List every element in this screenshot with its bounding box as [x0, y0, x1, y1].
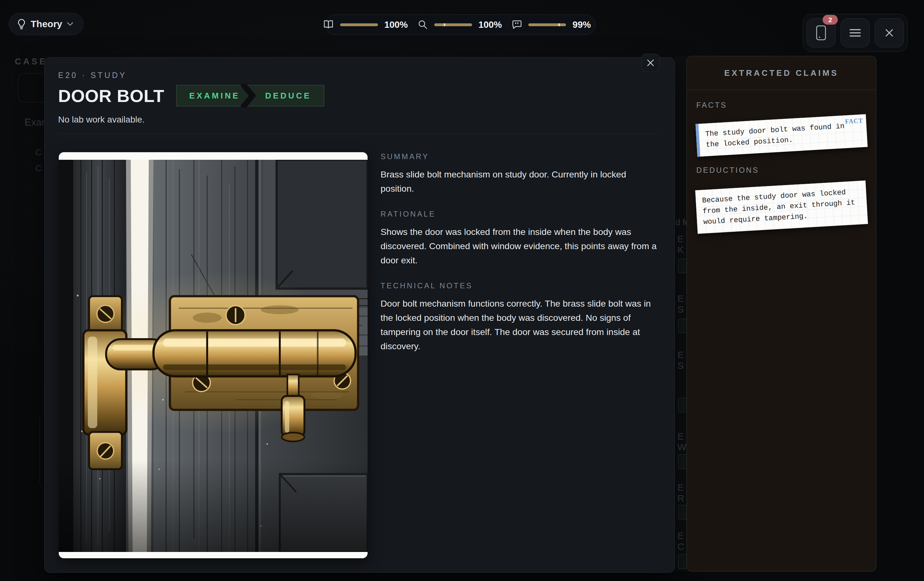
clipped-text: S	[677, 360, 684, 371]
deduction-claim-card[interactable]: Because the study door was locked from t…	[695, 181, 868, 234]
clipped-text: E	[677, 530, 684, 541]
deductions-label: DEDUCTIONS	[696, 166, 866, 175]
chevron-down-icon	[67, 22, 74, 26]
notification-badge: 2	[823, 15, 838, 25]
clipped-box	[678, 398, 686, 413]
clipped-box	[678, 259, 686, 273]
technical-notes-label: TECHNICAL NOTES	[381, 281, 661, 290]
evidence-modal-header: E20 · STUDY DOOR BOLT EXAMINE DEDUCE No …	[45, 58, 675, 134]
clipped-text: E	[677, 293, 684, 304]
rationale-text: Shows the door was locked from the insid…	[381, 225, 661, 267]
notifications-phone-button[interactable]: 2	[807, 18, 836, 47]
clipped-box	[678, 554, 686, 569]
menu-button[interactable]	[841, 18, 870, 47]
clipped-box	[678, 319, 686, 333]
meter-bar	[528, 23, 566, 26]
search-meter: 100%	[418, 20, 504, 30]
window-controls: 2	[803, 14, 908, 52]
evidence-image-door-bolt[interactable]	[59, 152, 368, 558]
technical-notes-text: Door bolt mechanism functions correctly.…	[381, 297, 661, 353]
theory-dropdown-button[interactable]: Theory	[9, 13, 83, 35]
clipped-text: S	[677, 304, 684, 315]
hamburger-icon	[849, 28, 861, 38]
clipped-text: E	[677, 350, 684, 360]
clipped-text: d fo	[675, 218, 686, 227]
ribbon-arrow-icon	[241, 84, 258, 108]
stat-meters-toolbar: 100% 100% 99%	[325, 15, 596, 35]
dialogue-meter: 99%	[512, 20, 598, 30]
summary-text: Brass slide bolt mechanism on study door…	[381, 167, 661, 196]
book-icon	[323, 20, 334, 30]
meter-bar	[434, 23, 472, 26]
close-app-button[interactable]	[875, 18, 904, 47]
clipped-text: R	[677, 493, 684, 503]
meter-bar	[340, 23, 378, 26]
meter-value: 100%	[384, 20, 409, 30]
app-background: CASE FILE Examine C C d fo E K E S E S E…	[0, 0, 924, 581]
clipped-text: E	[677, 482, 684, 493]
facts-label: FACTS	[696, 101, 866, 110]
clipped-box	[678, 505, 686, 520]
evidence-title: DOOR BOLT	[58, 86, 164, 106]
evidence-id-location: E20 · STUDY	[58, 71, 660, 80]
lightbulb-icon	[17, 19, 26, 30]
summary-label: SUMMARY	[381, 152, 661, 161]
close-icon	[884, 28, 894, 38]
fact-text: The study door bolt was found in the loc…	[705, 122, 845, 149]
fact-claim-card[interactable]: FACT The study door bolt was found in th…	[695, 114, 868, 157]
phone-icon	[815, 25, 827, 41]
background-letter: C	[35, 148, 42, 158]
clipped-text: E	[677, 431, 684, 442]
claims-title: EXTRACTED CLAIMS	[724, 68, 839, 78]
magnifier-icon	[418, 20, 428, 30]
rationale-label: RATIONALE	[381, 210, 661, 218]
background-letter: C	[35, 163, 42, 173]
meter-value: 100%	[478, 20, 504, 30]
clipped-text: E	[677, 234, 684, 244]
quote-bubble-icon	[512, 20, 522, 30]
evidence-details: SUMMARY Brass slide bolt mechanism on st…	[381, 152, 661, 558]
theory-label: Theory	[31, 19, 62, 30]
examine-deduce-ribbon: EXAMINE DEDUCE	[176, 85, 324, 106]
background-clipped-list: d fo E K E S E S E W E R E C	[675, 56, 686, 571]
clipped-text: W	[677, 442, 686, 452]
fact-tag: FACT	[845, 115, 863, 127]
claims-header: EXTRACTED CLAIMS	[687, 56, 876, 90]
tab-deduce[interactable]: DEDUCE	[252, 85, 324, 106]
clipped-text: C	[677, 541, 684, 552]
evidence-modal: E20 · STUDY DOOR BOLT EXAMINE DEDUCE No …	[44, 57, 675, 573]
deduction-text: Because the study door was locked from t…	[702, 188, 855, 226]
clipped-box	[678, 454, 686, 469]
close-icon	[647, 59, 655, 67]
meter-value: 99%	[573, 20, 598, 30]
lab-work-status: No lab work available.	[58, 115, 660, 125]
observation-meter: 100%	[323, 20, 409, 30]
extracted-claims-panel: EXTRACTED CLAIMS FACTS FACT The study do…	[686, 56, 876, 571]
clipped-text: K	[677, 244, 684, 255]
modal-close-button[interactable]	[641, 54, 660, 72]
